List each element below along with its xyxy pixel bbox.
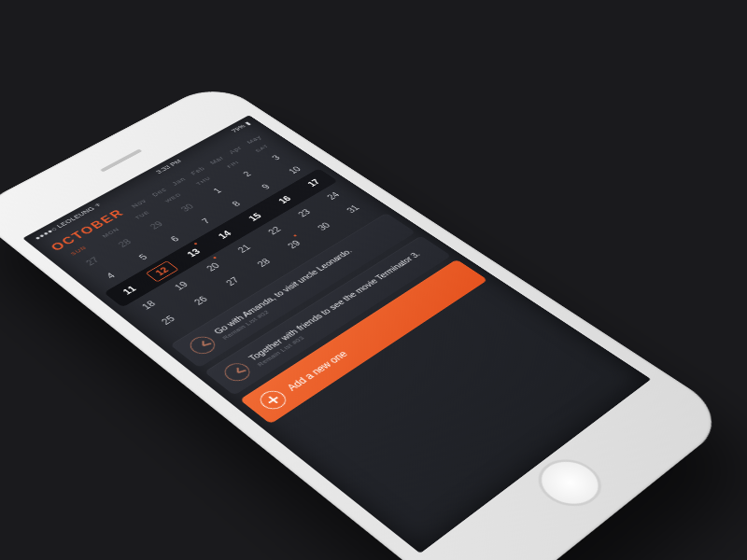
event-dot-icon	[193, 243, 197, 245]
plus-icon	[255, 387, 291, 413]
clock-icon	[219, 359, 255, 385]
phone-frame: ●●●●○ LEOLEUNG ᯤ 3:33 PM 79% ▮ OCTOBER N…	[0, 80, 734, 560]
phone-speaker	[100, 148, 143, 172]
event-dot-icon	[293, 234, 297, 237]
clock-icon	[185, 333, 220, 357]
event-dot-icon	[213, 257, 217, 259]
